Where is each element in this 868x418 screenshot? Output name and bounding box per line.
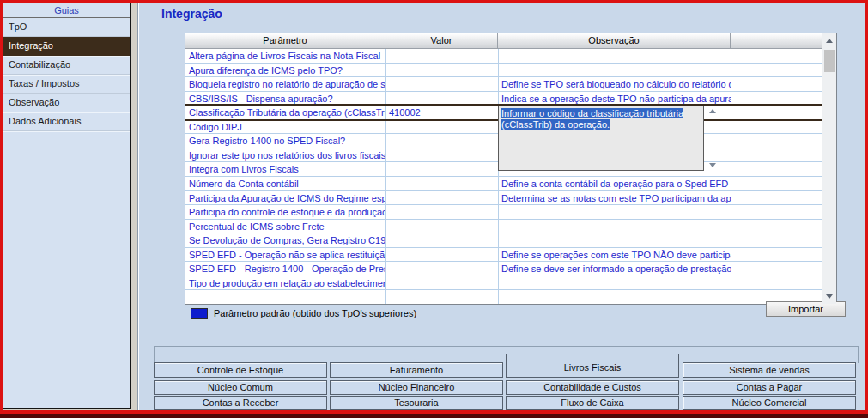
cell-param[interactable]: Código DIPJ [185,120,385,134]
sidebar-item-contabiliza-o[interactable]: Contabilização [3,56,130,75]
page-panel-bottom-border [154,346,859,347]
table-row[interactable]: Percentual de ICMS sobre Frete [185,220,822,234]
window-border-left [0,0,3,418]
cell-valor[interactable]: 410002 [385,106,498,119]
table-vertical-scrollbar[interactable] [822,33,836,304]
table-row[interactable]: Tipo de produção em relação ao estabelec… [185,276,822,291]
table-header: Parâmetro Valor Observação [185,33,822,49]
cell-param[interactable]: Integra com Livros Fiscais [185,162,385,176]
tab-sistema-de-vendas[interactable]: Sistema de vendas [683,362,856,378]
page-title: Integração [161,7,222,21]
sidebar-item-dados-adicionais[interactable]: Dados Adicionais [3,112,130,131]
cell-param[interactable]: Participa da Apuração de ICMS do Regime … [185,191,385,205]
tab-faturamento[interactable]: Faturamento [330,362,503,378]
tab-contabilidade-e-custos[interactable]: Contabilidade e Custos [506,380,679,395]
cell-valor[interactable] [385,64,498,77]
table-row[interactable]: Altera página de Livros Fiscais na Nota … [185,49,822,64]
tab-contas-a-pagar[interactable]: Contas a Pagar [683,380,856,395]
cell-valor[interactable] [385,276,498,290]
sidebar-title: Guias [3,3,130,18]
cell-param[interactable]: SPED EFD - Registro 1400 - Operação de P… [185,262,385,276]
cell-param[interactable]: Altera página de Livros Fiscais na Nota … [185,49,385,63]
cell-valor[interactable] [385,49,498,63]
cell-obs[interactable]: Indica se a operação deste TPO não parti… [498,92,731,106]
tab-n-cleo-financeiro[interactable]: Núcleo Financeiro [330,380,503,395]
table-row[interactable]: SPED EFD - Operação não se aplica restit… [185,248,822,263]
sidebar-item-taxas-impostos[interactable]: Taxas / Impostos [3,75,130,94]
cell-obs[interactable] [498,49,731,63]
cell-obs[interactable] [498,220,731,233]
table-row[interactable]: Apura diferença de ICMS pelo TPO? [185,64,822,78]
column-separator [385,49,386,304]
tab-n-cleo-comum[interactable]: Núcleo Comum [154,380,327,395]
cell-valor[interactable] [385,248,498,262]
memo-scroll-up-icon[interactable] [709,109,716,113]
cell-param[interactable]: Gera Registro 1400 no SPED Fiscal? [185,134,385,148]
cell-param[interactable]: Percentual de ICMS sobre Frete [185,220,385,233]
cell-param[interactable]: Classificação Tributária da operação (cC… [185,106,385,119]
cell-param[interactable]: Se Devolução de Compras, Gera Registro C… [185,233,385,247]
tab-livros-fiscais[interactable]: Livros Fiscais [506,354,679,378]
cell-obs[interactable]: Define se operações com este TPO NÃO dev… [498,248,731,262]
cell-obs[interactable] [498,64,731,77]
tab-n-cleo-comercial[interactable]: Núcleo Comercial [683,396,856,410]
cell-param[interactable]: Participa do controle de estoque e da pr… [185,205,385,219]
observation-editor-text[interactable]: Informar o código da classificação tribu… [498,106,704,171]
cell-valor[interactable] [385,191,498,205]
cell-obs[interactable]: Define se deve ser informado a operação … [498,262,731,276]
sidebar-item-observa-o[interactable]: Observação [3,94,130,112]
table-row[interactable]: Participa da Apuração de ICMS do Regime … [185,191,822,206]
cell-param[interactable]: Ignorar este tpo nos relatórios dos livr… [185,148,385,162]
cell-valor[interactable] [385,148,498,162]
table-row[interactable]: SPED EFD - Registro 1400 - Operação de P… [185,262,822,276]
column-header-observacao: Observação [498,33,731,48]
sidebar-item-tpo[interactable]: TpO [3,18,130,37]
column-separator [731,49,731,304]
cell-valor[interactable] [385,233,498,247]
table-row[interactable]: Participa do controle de estoque e da pr… [185,205,822,220]
cell-param[interactable]: SPED EFD - Operação não se aplica restit… [185,248,385,262]
cell-param[interactable]: CBS/IBS/IS - Dispensa apuração? [185,92,385,106]
cell-valor[interactable] [385,134,498,148]
sidebar-gutter: Guias TpOIntegraçãoContabilizaçãoTaxas /… [3,3,137,410]
table-row[interactable]: Número da Conta contábilDefine a conta c… [185,177,822,191]
tab-contas-a-receber[interactable]: Contas a Receber [154,396,327,410]
table-row[interactable]: Bloqueia registro no relatório de apuraç… [185,77,822,92]
parameters-table: Parâmetro Valor Observação Tipo de produ… [185,33,837,305]
cell-obs[interactable] [498,233,731,247]
table-row[interactable]: Se Devolução de Compras, Gera Registro C… [185,233,822,248]
sidebar-item-integra-o[interactable]: Integração [3,37,130,56]
cell-valor[interactable] [385,162,498,176]
cell-valor[interactable] [385,92,498,106]
scroll-up-icon[interactable] [822,34,836,47]
cell-obs[interactable]: Define se TPO será bloqueado no cálculo … [498,77,731,91]
column-header-empty [731,33,822,48]
cell-obs[interactable] [498,205,731,219]
cell-valor[interactable] [385,120,498,134]
selected-text-line: Informar o código da classificação tribu… [501,108,683,118]
cell-valor[interactable] [385,262,498,276]
cell-param[interactable]: Número da Conta contábil [185,177,385,191]
column-separator [498,49,499,304]
cell-valor[interactable] [385,177,498,191]
tab-controle-de-estoque[interactable]: Controle de Estoque [154,362,327,378]
column-header-valor: Valor [385,33,498,48]
tab-tesouraria[interactable]: Tesouraria [330,396,503,410]
cell-obs[interactable] [498,276,731,290]
cell-param[interactable]: Apura diferença de ICMS pelo TPO? [185,64,385,77]
observation-editor-scrollbar[interactable] [704,106,728,171]
cell-param[interactable]: Bloqueia registro no relatório de apuraç… [185,77,385,91]
scrollbar-thumb[interactable] [824,50,835,72]
cell-obs[interactable]: Determina se as notas com este TPO parti… [498,191,731,205]
cell-valor[interactable] [385,77,498,91]
cell-valor[interactable] [385,205,498,219]
cell-obs[interactable]: Define a conta contábil da operação para… [498,177,731,191]
scroll-down-icon[interactable] [822,290,836,303]
observation-editor[interactable]: Informar o código da classificação tribu… [498,106,728,171]
cell-valor[interactable] [385,220,498,233]
selected-text-line: (cClassTrib) da operação. [501,119,610,130]
cell-param[interactable]: Tipo de produção em relação ao estabelec… [185,276,385,290]
memo-scroll-down-icon[interactable] [709,163,716,167]
tab-fluxo-de-caixa[interactable]: Fluxo de Caixa [506,396,679,410]
app-window: Guias TpOIntegraçãoContabilizaçãoTaxas /… [0,0,868,418]
